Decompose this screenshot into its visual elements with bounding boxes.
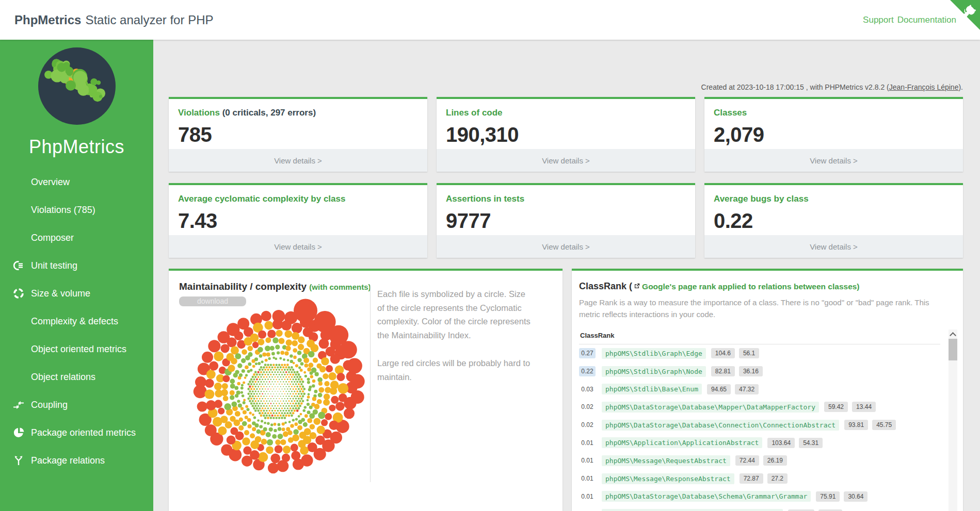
nav-link-documentation[interactable]: Documentation xyxy=(897,15,956,25)
sidebar-item-size-volume[interactable]: Size & volume xyxy=(0,279,153,307)
table-row: 0.01 phpOMS\Message\RequestAbstract 72.4… xyxy=(579,452,940,470)
sidebar-item-label: Coupling xyxy=(31,400,68,410)
rank-badge: 0.03 xyxy=(579,384,596,394)
view-details-link[interactable]: View details > xyxy=(437,149,695,172)
sidebar-item-object-oriented-metrics[interactable]: Object oriented metrics xyxy=(0,335,153,363)
sidebar-item-object-relations[interactable]: Object relations xyxy=(0,363,153,391)
metric-card-body: Average cyclomatic complexity by class 7… xyxy=(169,185,427,233)
class-name-link[interactable]: phpOMS\Stdlib\Graph\Node xyxy=(602,366,706,377)
mi-badge: 72.44 xyxy=(735,455,759,466)
table-row: 0.01 phpOMS\Message\ResponseAbstract 72.… xyxy=(579,470,940,488)
view-details-link[interactable]: View details > xyxy=(704,235,963,258)
metric-card-title: Violations (0 criticals, 297 errors) xyxy=(178,108,418,118)
classrank-paren: ( xyxy=(629,281,632,291)
metric-card-value: 2,079 xyxy=(714,123,954,146)
metric-card-title-text: Violations xyxy=(178,108,220,118)
table-row: 0.01 phpOMS\DataStorage\Database\Schema\… xyxy=(579,488,940,506)
sidebar-item-label: Package oriented metrics xyxy=(31,427,136,438)
top-bar: PhpMetrics Static analyzer for PHP Suppo… xyxy=(0,0,980,40)
metric-card-title: Average cyclomatic complexity by class xyxy=(178,194,418,204)
rank-badge: 0.01 xyxy=(579,509,596,511)
size-volume-icon xyxy=(12,287,25,300)
nav-link-support[interactable]: Support xyxy=(863,15,894,25)
sidebar-item-label: Violations (785) xyxy=(31,205,95,216)
sidebar-item-package-oriented-metrics[interactable]: Package oriented metrics xyxy=(0,419,153,447)
scrollbar-up-icon[interactable] xyxy=(949,329,957,338)
scrollbar-thumb[interactable] xyxy=(949,339,957,360)
ccn-badge: 27.2 xyxy=(767,473,788,484)
metric-card-title-suffix: (0 criticals, 297 errors) xyxy=(220,108,316,118)
top-nav: Support Documentation xyxy=(863,0,956,40)
metric-card-title-text: Classes xyxy=(714,108,747,118)
sidebar-item-complexity-defects[interactable]: Complexity & defects xyxy=(0,307,153,335)
mi-badge: 103.64 xyxy=(767,438,795,448)
metric-card-body: Average bugs by class 0.22 xyxy=(704,185,963,233)
classrank-doc-link[interactable]: Google's page rank applied to relations … xyxy=(642,282,859,291)
metric-card-violations: Violations (0 criticals, 297 errors) 785… xyxy=(169,97,427,172)
class-name-link[interactable]: phpOMS\Application\ApplicationAbstract xyxy=(602,437,762,448)
mi-badge: 75.91 xyxy=(816,491,840,502)
github-corner-link[interactable] xyxy=(950,0,980,30)
sidebar-item-label: Unit testing xyxy=(31,260,77,271)
author-link[interactable]: Jean-François Lépine xyxy=(889,83,959,91)
metric-card-value: 785 xyxy=(178,123,418,146)
class-name-link[interactable]: phpOMS\Message\RequestAbstract xyxy=(602,455,730,466)
bubble-chart-svg xyxy=(173,288,379,494)
view-details-link[interactable]: View details > xyxy=(169,149,427,172)
metric-card-average-cyclomatic-complexity-by-class: Average cyclomatic complexity by class 7… xyxy=(169,183,427,258)
sidebar-item-label: Package relations xyxy=(31,455,105,466)
sidebar-item-label: Composer xyxy=(31,233,74,243)
table-row: 0.02 phpOMS\DataStorage\Database\Mapper\… xyxy=(579,398,940,416)
view-details-link[interactable]: View details > xyxy=(169,235,427,258)
classrank-table: ClassRank 0.27 phpOMS\Stdlib\Graph\Edge … xyxy=(579,329,940,511)
class-name-link[interactable]: phpOMS\DataStorage\Database\Connection\C… xyxy=(602,420,839,431)
mi-badge: 94.65 xyxy=(707,384,731,394)
ccn-badge: 41.57 xyxy=(818,509,842,511)
sidebar-item-unit-testing[interactable]: Unit testing xyxy=(0,252,153,279)
class-name-link[interactable]: phpOMS\DataStorage\Database\Schema\Gramm… xyxy=(602,491,811,502)
package-relations-icon xyxy=(12,454,25,467)
ccn-badge: 36.16 xyxy=(739,366,763,376)
class-name-link[interactable]: phpOMS\DataStorage\Database\BuilderAbstr… xyxy=(602,509,783,511)
class-name-link[interactable]: phpOMS\Message\ResponseAbstract xyxy=(602,473,734,484)
sidebar-item-overview[interactable]: Overview xyxy=(0,168,153,196)
sidebar-item-violations-785[interactable]: Violations (785) xyxy=(0,196,153,224)
classrank-card: ClassRank (Google's page rank applied to… xyxy=(572,269,963,511)
sidebar-item-label: Object oriented metrics xyxy=(31,344,126,355)
metric-card-value: 0.22 xyxy=(714,209,954,233)
sidebar-item-package-relations[interactable]: Package relations xyxy=(0,447,153,474)
main-content: Created at 2023-10-18 17:00:15 , with PH… xyxy=(153,40,980,511)
metric-card-value: 190,310 xyxy=(446,123,686,146)
metric-card-title: Lines of code xyxy=(446,108,686,118)
sidebar-logo xyxy=(38,47,116,125)
view-details-link[interactable]: View details > xyxy=(437,235,695,258)
metric-card-body: Violations (0 criticals, 297 errors) 785 xyxy=(169,99,427,146)
chart-divider xyxy=(370,285,371,482)
metric-card-title: Assertions in tests xyxy=(446,194,686,204)
class-name-link[interactable]: phpOMS\Stdlib\Base\Enum xyxy=(602,384,702,394)
github-octocat-icon xyxy=(950,0,980,30)
maintainability-bubble-chart[interactable] xyxy=(173,288,379,494)
coupling-icon xyxy=(12,399,25,411)
sidebar-item-coupling[interactable]: Coupling xyxy=(0,391,153,419)
mi-badge: 104.6 xyxy=(711,348,735,358)
table-scrollbar[interactable] xyxy=(949,329,957,511)
table-row: 0.03 phpOMS\Stdlib\Base\Enum 94.65 47.32 xyxy=(579,380,940,398)
view-details-link[interactable]: View details > xyxy=(704,149,963,172)
table-row: 0.22 phpOMS\Stdlib\Graph\Node 82.81 36.1… xyxy=(579,362,940,381)
mi-badge: 93.81 xyxy=(844,420,868,430)
class-name-link[interactable]: phpOMS\Stdlib\Graph\Edge xyxy=(602,348,706,359)
table-row: 0.01 phpOMS\DataStorage\Database\Builder… xyxy=(579,505,940,511)
sidebar-menu: Overview Violations (785) Composer Unit … xyxy=(0,168,153,474)
logo-bubbles-icon xyxy=(38,47,116,125)
metric-card-average-bugs-by-class: Average bugs by class 0.22 View details … xyxy=(704,183,963,258)
table-row: 0.01 phpOMS\Application\ApplicationAbstr… xyxy=(579,434,940,452)
table-row: 0.27 phpOMS\Stdlib\Graph\Edge 104.6 56.1 xyxy=(579,344,940,362)
metric-card-lines-of-code: Lines of code 190,310 View details > xyxy=(437,97,695,172)
class-name-link[interactable]: phpOMS\DataStorage\Database\Mapper\DataM… xyxy=(602,402,819,413)
metric-card-value: 7.43 xyxy=(178,209,418,233)
metric-card-body: Lines of code 190,310 xyxy=(437,99,695,146)
sidebar-item-composer[interactable]: Composer xyxy=(0,224,153,252)
metric-card-value: 9777 xyxy=(446,209,686,233)
chart-description-p1: Each file is symbolized by a circle. Siz… xyxy=(377,287,534,342)
